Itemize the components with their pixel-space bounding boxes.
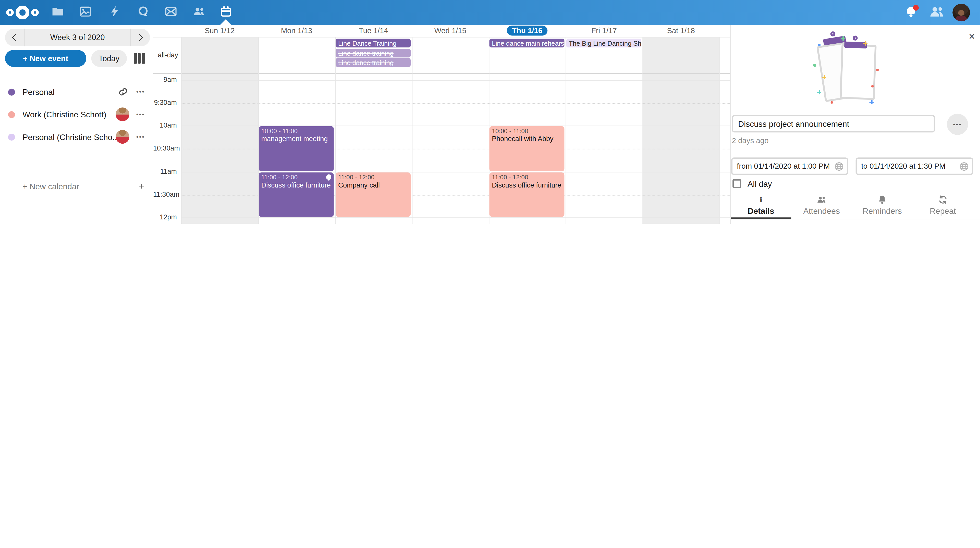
time-label: 9am <box>153 76 177 83</box>
tab-attendees[interactable]: Attendees <box>791 195 852 219</box>
event-block[interactable]: 10:00 - 11:00Phonecall with Abby <box>490 127 565 171</box>
today-button[interactable]: Today <box>91 50 127 67</box>
confetti-dot <box>871 85 874 87</box>
confetti-plus <box>870 100 874 104</box>
shared-by-avatar <box>116 130 129 144</box>
confetti-plus <box>863 41 867 46</box>
event-time: 10:00 - 11:00 <box>261 128 331 135</box>
tab-details[interactable]: i Details <box>731 195 791 219</box>
clipboard-front <box>840 44 877 100</box>
calendar-list-item-personal-christine[interactable]: Personal (Christine Scho... ••• <box>0 127 153 146</box>
calendar-list-item-personal[interactable]: Personal ••• <box>0 83 153 101</box>
lightning-icon <box>108 5 121 20</box>
time-label: 11am <box>153 167 177 175</box>
divider <box>153 73 730 74</box>
day-header-sat: Sat 1/18 <box>643 25 719 37</box>
event-title: Phonecall with Abby <box>492 135 562 143</box>
event-block[interactable]: 10:00 - 11:00management meeting <box>259 127 334 171</box>
divider <box>731 219 980 219</box>
end-datetime-field <box>856 157 973 175</box>
view-toggle-icon[interactable] <box>134 53 146 64</box>
all-day-toggle-row: All day <box>732 179 772 189</box>
notification-dot <box>913 5 919 11</box>
reminder-bell-icon <box>852 195 913 205</box>
new-calendar-button[interactable]: + New calendar + <box>0 178 153 194</box>
allday-event-chip[interactable]: Line dance training <box>336 48 410 57</box>
photos-app-button[interactable] <box>76 5 94 20</box>
start-datetime-input[interactable] <box>732 162 834 170</box>
confetti-dot <box>831 101 833 104</box>
contacts-menu-button[interactable] <box>929 6 945 18</box>
new-calendar-label: + New calendar <box>22 181 138 191</box>
calendar-menu-button[interactable]: ••• <box>133 134 148 140</box>
event-block[interactable]: 11:00 - 12:00Discuss office furniture <box>259 172 334 217</box>
calendar-color-dot <box>8 111 15 118</box>
next-week-button[interactable] <box>136 34 143 41</box>
bell-icon <box>326 174 332 180</box>
calendar-color-dot <box>8 89 15 95</box>
event-block[interactable]: 11:00 - 12:00Company call <box>336 172 410 217</box>
day-column[interactable] <box>566 37 642 224</box>
event-editor-panel: × ••• 2 days ago <box>730 25 980 224</box>
event-title-input[interactable] <box>732 115 935 133</box>
allday-event-chip[interactable]: Line Dance Training <box>336 39 410 48</box>
previous-week-button[interactable] <box>12 34 19 41</box>
allday-event-chip[interactable]: Line dance main rehearsal <box>490 39 565 48</box>
event-block[interactable]: 11:00 - 12:00Discuss office furniture <box>490 172 565 217</box>
time-label: 11:30am <box>153 190 177 198</box>
confetti-plus <box>817 90 821 94</box>
calendar-name: Personal (Christine Scho... <box>22 132 116 141</box>
day-column[interactable] <box>181 37 258 224</box>
files-app-button[interactable] <box>49 5 66 20</box>
confetti-dot <box>818 44 821 46</box>
event-title: Discuss office furniture <box>261 181 331 189</box>
repeat-icon <box>913 195 974 205</box>
new-event-button[interactable]: + New event <box>5 50 86 67</box>
event-time: 11:00 - 12:00 <box>338 173 408 181</box>
talk-bubble-icon <box>137 5 149 20</box>
column-divider <box>566 37 566 224</box>
allday-event-chip[interactable]: Line dance training <box>336 58 410 67</box>
day-column[interactable] <box>412 37 489 224</box>
mail-app-button[interactable] <box>162 5 180 20</box>
tab-reminders[interactable]: Reminders <box>852 195 913 219</box>
contacts-app-button[interactable] <box>190 5 207 20</box>
share-link-icon[interactable] <box>118 87 128 97</box>
event-actions-menu-button[interactable]: ••• <box>947 114 968 135</box>
tab-repeat[interactable]: Repeat <box>913 195 974 219</box>
talk-app-button[interactable] <box>135 5 152 20</box>
notifications-button[interactable] <box>905 6 919 19</box>
column-divider <box>719 37 720 224</box>
gridline <box>181 80 730 80</box>
calendar-icon <box>220 5 232 20</box>
calendar-menu-button[interactable]: ••• <box>133 111 148 118</box>
time-label: 10am <box>153 121 177 129</box>
nextcloud-logo[interactable] <box>5 4 40 21</box>
day-header-sun: Sun 1/12 <box>181 25 258 37</box>
confetti-dot <box>876 68 879 71</box>
day-header-thu-today: Thu 1/16 <box>489 25 566 37</box>
calendar-app-button[interactable] <box>217 5 234 20</box>
activity-app-button[interactable] <box>106 5 123 20</box>
all-day-checkbox[interactable] <box>732 179 741 188</box>
close-icon[interactable]: × <box>965 30 979 44</box>
user-avatar[interactable] <box>953 4 970 21</box>
day-column[interactable] <box>643 37 719 224</box>
folder-icon <box>52 5 64 20</box>
allday-event-chip[interactable]: The Big Line Dancing Show <box>566 39 641 48</box>
calendar-list-item-work-christine[interactable]: Work (Christine Schott) ••• <box>0 105 153 124</box>
all-day-label: all-day <box>153 51 178 59</box>
last-modified-label: 2 days ago <box>732 136 769 145</box>
timezone-globe-icon[interactable] <box>834 162 844 171</box>
calendar-sidebar: Week 3 of 2020 + New event Today Persona… <box>0 25 153 224</box>
people-icon <box>193 5 205 20</box>
day-header-mon: Mon 1/13 <box>258 25 335 37</box>
week-label[interactable]: Week 3 of 2020 <box>25 33 130 42</box>
column-divider <box>181 37 182 224</box>
gridline <box>181 218 730 218</box>
calendar-menu-button[interactable]: ••• <box>133 89 148 95</box>
timezone-globe-icon[interactable] <box>959 162 969 171</box>
calendar-name: Personal <box>22 87 118 97</box>
day-header-wed: Wed 1/15 <box>412 25 489 37</box>
end-datetime-input[interactable] <box>857 162 959 170</box>
